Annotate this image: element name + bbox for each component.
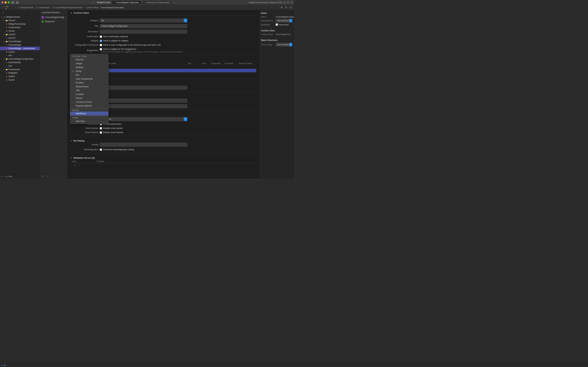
category-select[interactable]: Do [100,18,187,22]
sidebar-item-colour-widget-config[interactable]: I ColourWidget…urationIntent [0,47,40,50]
sidebar-item-shared[interactable]: ▼ 📁 Shared [0,19,40,22]
sidebar-item-widget-tutorial[interactable]: ▼ ⬛ WidgetTutorial [0,15,40,19]
stop-button[interactable]: ■ [16,1,19,4]
sidebar-item-widget-kit[interactable]: ⊙ WidgetKit [0,71,40,75]
sidebar-item-macos-group[interactable]: ▼ 📁 macOS [0,33,40,36]
layout-icon[interactable]: ⊞ [283,1,286,4]
menu-item-duration[interactable]: Duration [70,81,108,85]
configurable-checkbox[interactable] [100,44,102,46]
multiline-input[interactable] [100,104,187,108]
suggestions-checkbox[interactable] [100,48,102,50]
right-primary-type-select[interactable]: (No Parameters) [276,43,292,46]
tab-colour-widget-config[interactable]: ● ColourWidgetConfiguration [112,1,141,4]
intent-handler-label: IntentHandler [8,61,39,64]
intent-item-colour-widget-config[interactable]: I ColourWidgetConfig… [40,15,67,19]
add-file-button[interactable]: + [1,175,2,178]
siri-collapse[interactable]: ▼ [70,140,72,142]
remove-intent-button[interactable]: − [45,175,49,178]
sidebar-item-colour-widget-group[interactable]: ▼ 📁 ColourWidget [0,40,40,43]
validation-collapse[interactable]: ▼ [70,157,72,159]
sidebar-item-macos-item[interactable]: S macOS [0,36,40,40]
breadcrumb-1[interactable]: WidgetTutorial [21,7,34,8]
menu-item-add-enum[interactable]: Add Enum… [70,112,108,116]
forward-button[interactable]: › [14,6,17,9]
menu-item-measurement[interactable]: Measurement › [70,85,108,89]
lines-icon[interactable]: ☰ [284,6,288,9]
sidebar-item-info-1[interactable]: ℹ Info [0,54,40,57]
info-2-label: Info [8,65,39,67]
right-auth-select[interactable]: Not Restricted [276,19,292,22]
right-availability-control: Deprecated [276,24,289,26]
inspect-icon[interactable]: ⊡ [291,1,293,4]
title-input[interactable] [100,24,187,28]
menu-item-location[interactable]: Location [70,92,108,96]
cwc-folder-icon: 📁 [5,58,8,60]
maximize-btn[interactable] [8,1,10,3]
breadcrumb-2[interactable]: ColourWidget [38,7,50,8]
close-btn[interactable] [1,1,3,3]
sidebar-item-intents[interactable]: ⊙ Intents [0,78,40,82]
swift-icon-2: S [5,26,8,29]
prompt-control [100,143,187,147]
siri-dialog-header: ▼ Siri Dialog [70,138,256,143]
prompt-input[interactable] [100,143,187,147]
sidebar-item-assets-1[interactable]: ⊞ Assets [0,29,40,33]
info-icon-2: ℹ [5,65,8,67]
sidebar-item-colour-widget-item[interactable]: S ColourWidget [0,43,40,47]
menu-item-decimal[interactable]: Decimal [70,58,108,62]
description-input[interactable] [100,30,187,33]
confirmation-checkbox[interactable] [100,35,102,38]
sidebar-toggle[interactable]: ☰ [1,6,5,9]
disambiguation-checkbox[interactable] [100,149,102,151]
smart-dashes-row: Smart Dashes Disable smart dashes [70,131,256,134]
remove-file-button[interactable]: − [3,175,5,178]
breadcrumb-4[interactable]: Custom Intents [86,7,99,8]
menu-item-date-components[interactable]: Date Components [70,77,108,81]
breadcrumb-3[interactable]: ColourWidgetConfigurationIntent [55,7,83,8]
filter-button[interactable]: ⊙ Filter [6,175,39,178]
intent-item-response[interactable]: R Response [40,19,67,24]
minimize-btn[interactable] [5,1,7,3]
menu-item-add-type[interactable]: Add Type… [70,119,108,123]
add-validation-button[interactable]: + [73,163,77,167]
add-intent-button[interactable]: + [41,175,44,178]
suggestions-label: Suggestions [70,49,98,52]
menu-item-person[interactable]: Person [70,96,108,100]
related-files-icon[interactable]: ⇄ [280,6,284,9]
tab-device[interactable]: ⊙ iPod touch (7th generation) [143,1,172,4]
sidebar-item-assets-2[interactable]: ⊞ Assets [0,50,40,54]
sidebar-item-info-2[interactable]: ℹ Info [0,64,40,68]
deprecated-checkbox[interactable] [276,24,278,26]
parent-param-input[interactable] [100,86,187,90]
capitalization-select[interactable]: Sentences [100,117,187,121]
play-button[interactable]: ▶ [11,1,14,4]
collapse-arrow[interactable]: ▼ [70,12,72,14]
sidebar-item-intent-handler[interactable]: S IntentHandler [0,61,40,64]
hide-panel-icon[interactable]: ⊡ [289,6,293,9]
sidebar-item-frameworks[interactable]: ▼ 📁 Frameworks [0,68,40,71]
nav-icons[interactable]: ■ ■ ■ [6,6,9,9]
menu-item-payment-method[interactable]: Payment Method [70,104,108,108]
sidebar-item-content-view[interactable]: S ContentView [0,26,40,29]
menu-item-string[interactable]: ✓ String [70,69,108,73]
response-label: Response [45,20,55,23]
back-button[interactable]: ‹ [10,6,13,9]
editor-icon[interactable]: ☰ [287,1,289,4]
menu-item-file[interactable]: File [70,73,108,77]
menu-item-integer[interactable]: Integer [70,62,108,66]
menu-item-currency-amount[interactable]: Currency Amount [70,100,108,104]
widgets-check-label: Intent is eligible for widgets [103,40,128,42]
remove-validation-button[interactable]: − [77,163,81,167]
sidebar-item-swiftui[interactable]: ⊙ SwiftUI [0,75,40,78]
smart-dashes-checkbox[interactable] [100,131,102,134]
sidebar-item-widget-tutorial-app[interactable]: S WidgetTutorialApp [0,22,40,26]
default-value-input[interactable] [100,99,187,102]
main-layout: ⊔ ▼ ⬛ WidgetTutorial ▼ 📁 Shared S Widget… [0,10,294,179]
smart-quotes-checkbox[interactable] [100,127,102,129]
widgets-checkbox[interactable] [100,40,102,42]
menu-item-url[interactable]: URL [70,89,108,92]
sidebar-item-colour-widget-config-group[interactable]: ▼ 📁 ColourWidgetConfiguration [0,57,40,61]
sidebar-back[interactable]: ⊔ [1,11,5,14]
menu-item-boolean[interactable]: Boolean [70,66,108,69]
widget-kit-icon: ⊙ [5,72,8,74]
